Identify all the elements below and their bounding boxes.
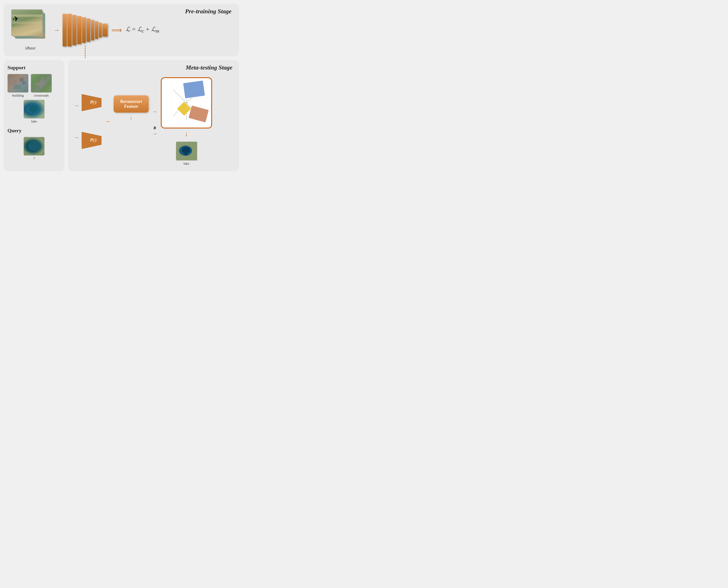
reconstruct-col: Reconstruct Feature ↓ bbox=[113, 96, 149, 136]
cnn-block-4 bbox=[77, 16, 81, 44]
classification-box bbox=[161, 77, 212, 128]
p-block-support: P(·) bbox=[82, 94, 102, 111]
arrow-class-down: ↓ bbox=[185, 131, 188, 138]
svg-rect-7 bbox=[183, 81, 205, 98]
result-lake-image bbox=[176, 142, 197, 160]
double-arrow: ⟹ bbox=[111, 26, 122, 35]
lake-body-inner bbox=[28, 105, 38, 113]
cnn-block-10 bbox=[102, 24, 108, 37]
p-block-query: P(·) bbox=[82, 132, 102, 149]
arrow-to-p2: → bbox=[74, 134, 79, 141]
query-lake-body bbox=[28, 141, 41, 151]
stack-layer-1: ✈ bbox=[11, 9, 43, 36]
dataset-label: 𝒟base bbox=[24, 46, 36, 50]
cnn-block-6 bbox=[87, 18, 90, 42]
pre-training-panel: Pre-training Stage ✈ 𝒟base → bbox=[4, 4, 239, 56]
result-label: lake bbox=[184, 162, 189, 166]
support-images: building crossroads bbox=[7, 74, 61, 98]
building-image bbox=[7, 74, 28, 92]
cnn-block-1 bbox=[63, 14, 67, 46]
query-image bbox=[24, 137, 45, 155]
result-lake-svg bbox=[176, 142, 197, 161]
arrow-to-class-top: → bbox=[152, 108, 158, 115]
strip3 bbox=[12, 27, 42, 29]
input-arrows-col: → → bbox=[73, 102, 80, 141]
support-lake-item: lake bbox=[24, 100, 45, 123]
reconstruct-label-line2: Feature bbox=[118, 104, 144, 109]
arrow-to-cnn: → bbox=[53, 26, 60, 34]
image-stack: ✈ bbox=[11, 9, 48, 44]
cnn-block-8 bbox=[95, 21, 98, 39]
p-blocks: P(·) P(·) bbox=[82, 94, 102, 149]
dashed-connector bbox=[85, 45, 85, 58]
cnn-block-2 bbox=[67, 14, 71, 46]
building-rect-4 bbox=[22, 81, 26, 85]
reconstruct-box: Reconstruct Feature bbox=[113, 96, 149, 113]
arrow-reconstruct-down: ↓ bbox=[130, 114, 132, 120]
crossroads-bg bbox=[31, 74, 51, 92]
crossroads-image bbox=[31, 74, 52, 92]
lake-label: lake bbox=[31, 120, 37, 123]
bottom-section: Support building c bbox=[4, 60, 239, 171]
middle-arrows: → bbox=[104, 118, 111, 125]
svg-point-13 bbox=[184, 153, 188, 155]
to-class-arrows: → B → bbox=[151, 94, 159, 137]
arrow-to-p1: → bbox=[74, 102, 79, 109]
cnn-block-7 bbox=[91, 20, 94, 40]
building-label: building bbox=[12, 93, 24, 98]
b-label: B bbox=[153, 126, 156, 130]
query-label: ? bbox=[33, 156, 35, 161]
meta-flow: → → P(·) P(·) bbox=[73, 66, 234, 166]
b-arrow-wrapper: B → bbox=[151, 131, 159, 137]
lake-image bbox=[24, 100, 45, 119]
svg-text:P(·): P(·) bbox=[90, 100, 96, 105]
support-crossroads-item: crossroads bbox=[31, 74, 52, 98]
building-rect-3 bbox=[14, 85, 22, 89]
pre-training-label: Pre-training Stage bbox=[185, 8, 231, 15]
cnn-block-3 bbox=[72, 15, 77, 45]
svg-marker-8 bbox=[177, 102, 191, 116]
cnn-block-5 bbox=[82, 17, 86, 43]
crossroads-label: crossroads bbox=[34, 93, 48, 98]
p-trapezoid-query: P(·) bbox=[82, 132, 102, 149]
cnn-network bbox=[63, 14, 108, 46]
support-building-item: building bbox=[7, 74, 28, 98]
shapes-svg bbox=[162, 78, 211, 127]
query-item: ? bbox=[24, 137, 45, 161]
support-title: Support bbox=[7, 65, 61, 71]
reconstruct-label-line1: Reconstruct bbox=[118, 99, 144, 104]
cnn-block-9 bbox=[99, 23, 102, 38]
svg-point-12 bbox=[182, 147, 190, 153]
arrow-p1-to-reconstruct: → bbox=[105, 118, 110, 125]
loss-formula: ℒ = ℒc + ℒm bbox=[126, 26, 159, 34]
p-trapezoid-support: P(·) bbox=[82, 94, 102, 111]
support-query-panel: Support building c bbox=[4, 60, 64, 171]
svg-rect-9 bbox=[189, 105, 209, 123]
building-rect-1 bbox=[10, 79, 17, 85]
b-arrow: → bbox=[152, 131, 158, 137]
dataset-section: ✈ 𝒟base bbox=[11, 9, 48, 50]
svg-text:P(·): P(·) bbox=[90, 138, 96, 143]
query-title: Query bbox=[7, 128, 61, 134]
meta-testing-panel: Meta-testing Stage → → P(·) bbox=[68, 60, 239, 171]
meta-testing-label: Meta-testing Stage bbox=[186, 64, 232, 71]
result-item: lake bbox=[176, 142, 197, 166]
result-col: ↓ lake bbox=[161, 77, 212, 166]
